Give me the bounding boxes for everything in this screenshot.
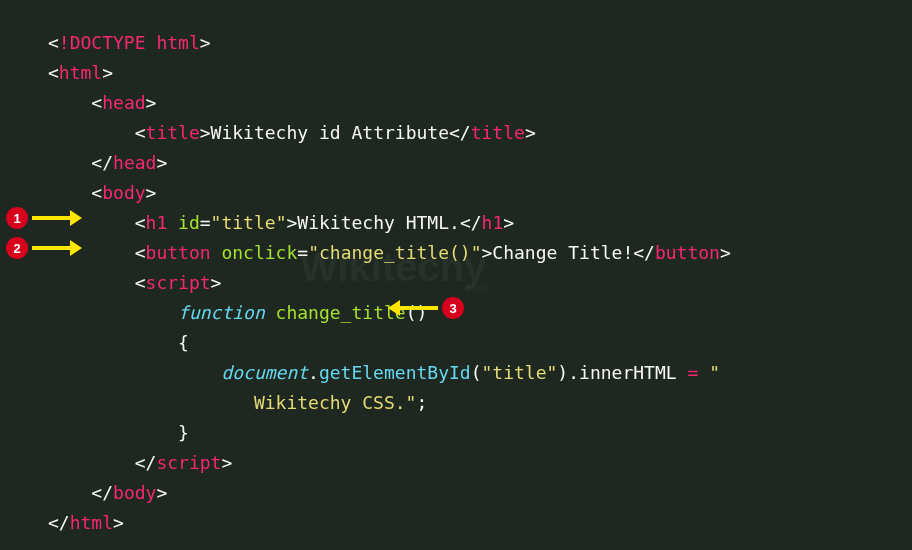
code-block: <!DOCTYPE html> <html> <head> <title>Wik… — [48, 28, 892, 538]
badge-3: 3 — [442, 297, 464, 319]
arrow-right-icon — [32, 216, 72, 220]
arrow-right-icon — [32, 246, 72, 250]
arrow-left-icon — [398, 306, 438, 310]
badge-1: 1 — [6, 207, 28, 229]
annotation-marker-3: 3 — [398, 297, 464, 319]
annotation-marker-2: 2 — [6, 237, 72, 259]
badge-2: 2 — [6, 237, 28, 259]
annotation-marker-1: 1 — [6, 207, 72, 229]
